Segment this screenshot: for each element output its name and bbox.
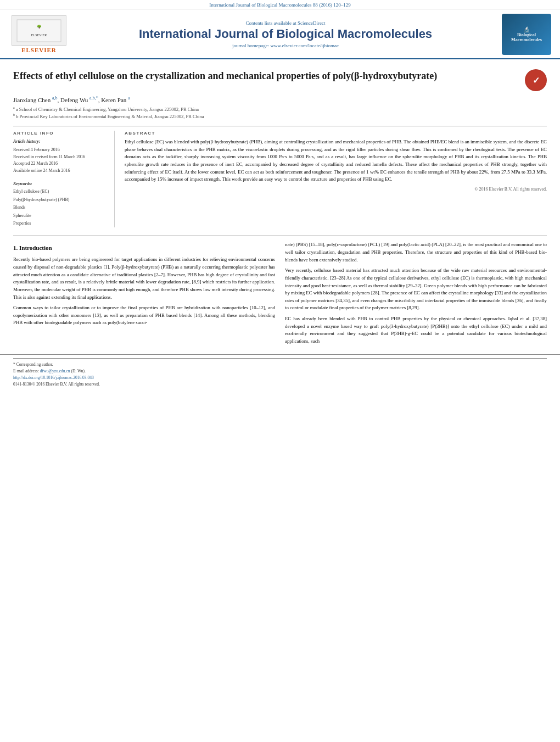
article-footer: * Corresponding author. E-mail address: … bbox=[0, 354, 560, 394]
history-label: Article history: bbox=[13, 138, 108, 146]
sciencedirect-link[interactable]: ScienceDirect bbox=[298, 20, 325, 26]
received-date: Received 4 February 2016 bbox=[13, 147, 108, 154]
svg-text:🌳: 🌳 bbox=[37, 24, 42, 29]
accepted-date: Accepted 22 March 2016 bbox=[13, 160, 108, 168]
crossmark-badge: ✓ bbox=[525, 69, 547, 91]
top-journal-bar: International Journal of Biological Macr… bbox=[0, 0, 560, 9]
journal-logo-right: 🔬 Biological Macromolecules bbox=[502, 14, 551, 55]
authors-line: Jianxiang Chen a,b, Defeng Wu a,b,*, Ker… bbox=[13, 96, 547, 103]
journal-logo-text: 🔬 Biological Macromolecules bbox=[511, 26, 542, 42]
journal-title: International Journal of Biological Macr… bbox=[75, 27, 496, 41]
article-info-col: Article Info Article history: Received 4… bbox=[13, 131, 115, 227]
keyword-1: Ethyl cellulose (EC) bbox=[13, 188, 108, 196]
article-title: Effects of ethyl cellulose on the crysta… bbox=[13, 69, 516, 82]
keywords-section: Keywords: Ethyl cellulose (EC) Poly(β-hy… bbox=[13, 180, 108, 227]
section-1-heading: 1. Introduction bbox=[13, 243, 275, 253]
contents-line: Contents lists available at ScienceDirec… bbox=[75, 20, 496, 26]
copyright-line: © 2016 Elsevier B.V. All rights reserved… bbox=[125, 187, 547, 192]
keyword-5: Properties bbox=[13, 220, 108, 227]
article-history: Article history: Received 4 February 201… bbox=[13, 138, 108, 175]
body-para-5: EC has already been blended with PHB to … bbox=[285, 315, 547, 345]
body-text-area: 1. Introduction Recently bio-based polym… bbox=[13, 241, 547, 348]
keywords-label: Keywords: bbox=[13, 181, 32, 186]
body-para-1: Recently bio-based polymers are being en… bbox=[13, 256, 275, 301]
author-names: Jianxiang Chen a,b, Defeng Wu a,b,*, Ker… bbox=[13, 97, 130, 103]
journal-citation: International Journal of Biological Macr… bbox=[209, 2, 351, 8]
elsevier-logo-section: 🌳 ELSEVIER ELSEVIER bbox=[9, 15, 69, 53]
elsevier-wordmark: ELSEVIER bbox=[21, 47, 57, 53]
journal-homepage: journal homepage: www.elsevier.com/locat… bbox=[75, 43, 496, 48]
keyword-3: Blends bbox=[13, 204, 108, 211]
abstract-label: Abstract bbox=[125, 131, 547, 136]
doi-line: http://dx.doi.org/10.1016/j.ijbiomac.201… bbox=[13, 375, 547, 380]
article-info-abstract: Article Info Article history: Received 4… bbox=[13, 126, 547, 227]
svg-text:ELSEVIER: ELSEVIER bbox=[31, 34, 47, 37]
homepage-url[interactable]: www.elsevier.com/locate/ijbiomac bbox=[271, 43, 339, 48]
affiliations: a a School of Chemistry & Chemical Engin… bbox=[13, 105, 547, 120]
journal-center-header: Contents lists available at ScienceDirec… bbox=[69, 20, 502, 48]
article-info-label: Article Info bbox=[13, 131, 108, 136]
body-para-3: nate) (PBS) [15–18], poly(ε-caprolactone… bbox=[285, 241, 547, 264]
abstract-text: Ethyl cellulose (EC) was blended with po… bbox=[125, 138, 547, 183]
article-content: Effects of ethyl cellulose on the crysta… bbox=[0, 59, 560, 354]
body-para-4: Very recently, cellulose based material … bbox=[285, 267, 547, 312]
available-date: Available online 24 March 2016 bbox=[13, 168, 108, 175]
body-right-col: nate) (PBS) [15–18], poly(ε-caprolactone… bbox=[285, 241, 547, 348]
elsevier-logo-image: 🌳 ELSEVIER bbox=[12, 15, 66, 46]
corresponding-author-note: * Corresponding author. bbox=[13, 362, 547, 367]
revised-date: Received in revised form 11 March 2016 bbox=[13, 154, 108, 161]
journal-header: 🌳 ELSEVIER ELSEVIER Contents lists avail… bbox=[0, 9, 560, 59]
section-divider bbox=[13, 235, 547, 236]
doi-link[interactable]: http://dx.doi.org/10.1016/j.ijbiomac.201… bbox=[13, 375, 94, 380]
body-para-2: Common ways to tailor crystallization or… bbox=[13, 304, 275, 327]
author-email[interactable]: dfwu@yzu.edu.cn bbox=[40, 369, 70, 373]
issn-line: 0141-8130/© 2016 Elsevier B.V. All right… bbox=[13, 382, 547, 387]
svg-rect-0 bbox=[17, 20, 61, 42]
keyword-2: Poly(β-hydroxybutyrate) (PHB) bbox=[13, 196, 108, 204]
abstract-col: Abstract Ethyl cellulose (EC) was blende… bbox=[125, 131, 547, 227]
article-title-section: Effects of ethyl cellulose on the crysta… bbox=[13, 65, 547, 91]
body-left-col: 1. Introduction Recently bio-based polym… bbox=[13, 241, 275, 348]
affiliation-a: a a School of Chemistry & Chemical Engin… bbox=[13, 105, 547, 113]
keyword-4: Spherulite bbox=[13, 212, 108, 220]
email-note: E-mail address: dfwu@yzu.edu.cn (D. Wu). bbox=[13, 369, 547, 373]
affiliation-b: b b Provincial Key Laboratories of Envir… bbox=[13, 113, 547, 120]
